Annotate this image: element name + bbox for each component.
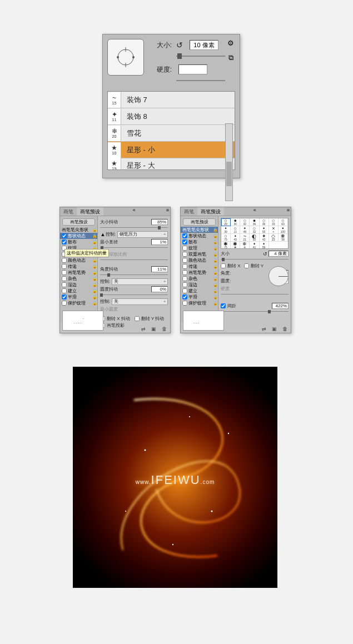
lock-icon[interactable]: 🔒	[92, 240, 97, 244]
brush-grid-cell[interactable]: •48	[240, 226, 250, 234]
side-option[interactable]: 建立🔒	[181, 288, 218, 294]
lock-icon[interactable]: 🔒	[92, 301, 97, 306]
brush-list-item[interactable]: ~15装饰 7	[108, 92, 235, 108]
side-check[interactable]	[182, 276, 187, 281]
lock-icon[interactable]: 🔒	[213, 252, 218, 257]
side-check[interactable]	[182, 233, 187, 238]
side-option[interactable]: 纹理🔒	[181, 245, 218, 251]
angle-widget[interactable]	[269, 266, 289, 286]
brush-grid-cell[interactable]: ○32	[240, 218, 250, 226]
brush-grid-cell[interactable]: ○11	[231, 226, 240, 234]
flipx-check[interactable]	[221, 263, 226, 268]
brush-presets-button[interactable]: 画笔预设	[183, 218, 216, 226]
side-option[interactable]: 画笔笔尖形状🔒	[60, 227, 97, 233]
control-roundness-dropdown[interactable]: 关÷	[112, 298, 168, 305]
side-check[interactable]	[62, 258, 67, 263]
side-option[interactable]: 形状动态🔒	[181, 233, 218, 239]
brush-grid-cell[interactable]: •39	[221, 226, 231, 234]
lock-icon[interactable]: 🔒	[213, 289, 218, 293]
brush-grid-cell[interactable]: ~21	[240, 234, 250, 242]
side-option[interactable]: 画笔笔尖形状🔒	[181, 227, 218, 233]
side-check[interactable]	[62, 276, 67, 281]
side-check[interactable]	[182, 294, 187, 299]
side-option[interactable]: 保护纹理🔒	[181, 300, 218, 306]
brush-list-item[interactable]: ★19星形 - 大	[108, 158, 235, 170]
brush-grid-cell[interactable]: ✱75	[221, 242, 231, 249]
side-option[interactable]: 散布🔒	[181, 239, 218, 245]
panel-collapse-icon-r[interactable]: «	[252, 207, 257, 216]
side-check[interactable]	[182, 252, 187, 257]
brush-list-item[interactable]: ★10星形 - 小	[108, 142, 235, 158]
brush-grid-cell[interactable]: •45	[231, 234, 240, 242]
side-option[interactable]: 杂色🔒	[181, 276, 218, 282]
lock-icon[interactable]: 🔒	[213, 234, 218, 238]
brush-grid-cell[interactable]: ❄❄	[240, 242, 250, 249]
side-check[interactable]	[62, 282, 67, 287]
brush-grid-cell[interactable]: •55	[260, 226, 269, 234]
side-option[interactable]: 形状动态🔒	[60, 233, 97, 239]
toggle-view-icon[interactable]: ⇄	[141, 326, 146, 332]
spacing-value[interactable]: 422%	[272, 303, 289, 309]
brush-grid-cell[interactable]: ○63	[279, 218, 288, 226]
lock-icon[interactable]: 🔒	[213, 295, 218, 299]
brush-grid-cell[interactable]: ●36	[250, 218, 259, 226]
flipy-check[interactable]	[244, 263, 249, 268]
brush-grid-cell[interactable]: ✦43	[260, 234, 269, 242]
tab-brush[interactable]: 画笔	[60, 207, 77, 216]
lock-icon[interactable]: 🔒	[213, 277, 218, 281]
control-pen-pressure[interactable]: 钢笔压力÷	[117, 231, 168, 238]
lock-icon[interactable]: 🔒	[92, 228, 97, 232]
lock-icon[interactable]: 🔒	[213, 240, 218, 244]
lock-icon[interactable]: 🔒	[92, 234, 97, 238]
flipy-jitter-check[interactable]	[135, 316, 140, 321]
side-option[interactable]: 传递🔒	[60, 263, 97, 269]
trash-icon[interactable]: 🗑	[162, 326, 167, 332]
side-option[interactable]: 传递🔒	[181, 263, 218, 269]
brush-presets-button[interactable]: 画笔预设	[62, 218, 95, 226]
lock-icon[interactable]: 🔒	[92, 258, 97, 263]
lock-icon[interactable]: 🔒	[92, 289, 97, 293]
brush-grid-cell[interactable]: ○29	[221, 218, 231, 226]
panel-menu-icon-r[interactable]: ≡	[286, 207, 291, 216]
panel-collapse-icon[interactable]: «	[132, 207, 137, 216]
side-option[interactable]: 建立🔒	[60, 288, 97, 294]
brush-grid[interactable]: ○29●30○32●36○36○33○63•39○11•48○32•55××•1…	[221, 218, 289, 249]
min-diameter-value[interactable]: 1%	[151, 239, 168, 245]
reset-icon[interactable]: ↺	[263, 251, 267, 257]
lock-icon[interactable]: 🔒	[92, 264, 97, 269]
brush-grid-cell[interactable]: ●30	[231, 218, 240, 226]
side-check[interactable]	[62, 288, 67, 293]
side-check[interactable]	[62, 239, 67, 244]
gear-icon[interactable]: ⚙	[226, 39, 235, 48]
side-check[interactable]	[182, 258, 187, 263]
roundness-jitter-slider[interactable]	[100, 293, 168, 297]
min-diameter-slider[interactable]	[100, 246, 168, 249]
lock-icon[interactable]: 🔒	[213, 246, 218, 251]
lock-icon[interactable]: 🔒	[213, 258, 218, 263]
lock-icon[interactable]: 🔒	[213, 301, 218, 306]
new-preset-icon[interactable]: ⧉	[226, 53, 235, 62]
lock-icon[interactable]: 🔒	[213, 283, 218, 287]
side-check[interactable]	[182, 264, 187, 269]
size-jitter-value[interactable]: 85%	[151, 219, 168, 225]
brush-list-scrollbar[interactable]	[225, 123, 233, 201]
brush-grid-cell[interactable]: •59	[260, 242, 269, 249]
tab-brush-presets-r[interactable]: 画笔预设	[197, 207, 224, 216]
angle-jitter-value[interactable]: 11%	[151, 266, 168, 272]
side-check[interactable]	[62, 233, 67, 238]
hardness-input[interactable]	[178, 64, 207, 74]
brush-grid-cell[interactable]: ○32	[250, 226, 259, 234]
side-option[interactable]: 画笔笔势🔒	[181, 269, 218, 276]
roundness-jitter-value[interactable]: 0%	[151, 286, 168, 292]
control-angle-dropdown[interactable]: 关÷	[112, 278, 168, 285]
side-check[interactable]	[182, 246, 187, 251]
side-check[interactable]	[182, 301, 187, 306]
side-option[interactable]: 湿边🔒	[60, 282, 97, 288]
trash-icon-r[interactable]: 🗑	[282, 326, 287, 332]
lock-icon[interactable]: 🔒	[92, 283, 97, 287]
side-option[interactable]: 颜色动态🔒	[181, 257, 218, 263]
brush-grid-cell[interactable]: ○36	[260, 218, 269, 226]
side-check[interactable]	[182, 239, 187, 244]
side-check[interactable]	[182, 270, 187, 275]
spacing-check[interactable]	[221, 303, 226, 308]
